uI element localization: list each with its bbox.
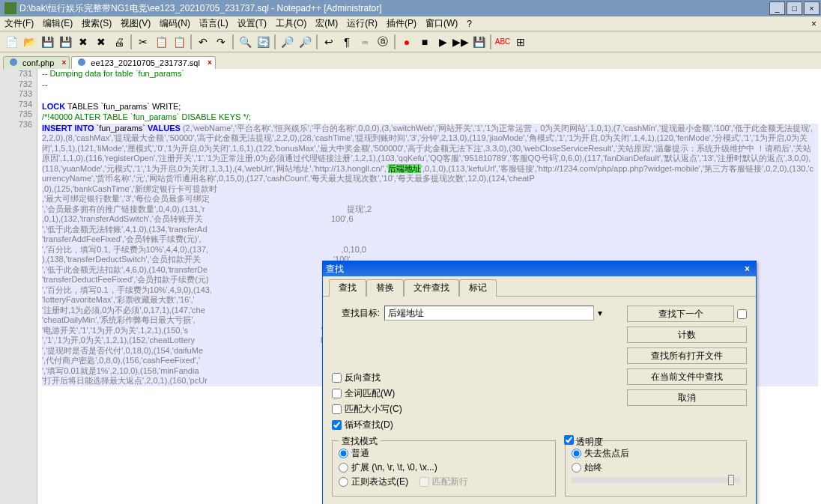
new-file-icon[interactable]: 📄 [3, 34, 19, 50]
transparency-title-wrap: 透明度 [561, 435, 606, 449]
find-tab-find[interactable]: 查找 [329, 279, 366, 297]
case-checkbox[interactable] [332, 404, 342, 414]
undo-icon[interactable]: ↶ [195, 34, 211, 50]
spell-icon[interactable]: ABC [494, 34, 511, 50]
all-chars-icon[interactable]: ¶ [339, 34, 355, 50]
app-icon [4, 2, 16, 14]
trans-lose-radio[interactable] [572, 449, 581, 458]
window-controls: _ □ × [769, 1, 820, 15]
find-icon[interactable]: 🔍 [237, 34, 253, 50]
code-keyword: LOCK [42, 102, 65, 111]
minimize-button[interactable]: _ [769, 1, 785, 15]
dropdown-icon[interactable]: ▾ [594, 308, 606, 318]
print-icon[interactable]: 🖨 [111, 34, 127, 50]
menu-search[interactable]: 搜索(S) [77, 17, 116, 30]
macro-play-icon[interactable]: ▶ [434, 34, 451, 50]
paste-icon[interactable]: 📋 [171, 34, 187, 50]
menu-language[interactable]: 语言(L) [195, 17, 233, 30]
line-number: 731 [0, 69, 32, 79]
transparency-label: 透明度 [576, 437, 603, 447]
wrap-checkbox[interactable] [332, 420, 342, 430]
find-dialog-title-bar[interactable]: 查找 × [323, 261, 756, 276]
macro-fast-icon[interactable]: ▶▶ [452, 34, 469, 50]
slider-thumb[interactable] [728, 475, 734, 485]
title-bar: D:\bak\恒行娱乐完整带NG1电竞\ee123_20210705_23173… [0, 0, 821, 16]
redo-icon[interactable]: ↷ [213, 34, 229, 50]
menu-tools[interactable]: 工具(O) [271, 17, 311, 30]
mode-regex-radio[interactable] [339, 477, 348, 487]
code-comment: -- Dumping data for table `fun_params` [42, 69, 184, 78]
mode-normal-radio[interactable] [339, 449, 348, 458]
macro-stop-icon[interactable]: ■ [416, 34, 433, 50]
cut-icon[interactable]: ✂ [135, 34, 151, 50]
find-tab-mark[interactable]: 标记 [459, 279, 497, 297]
indent-guide-icon[interactable]: ⎓ [357, 34, 373, 50]
menu-run[interactable]: 运行(R) [342, 17, 382, 30]
save-all-icon[interactable]: 💾 [57, 34, 73, 50]
save-icon[interactable]: 💾 [39, 34, 55, 50]
search-mode-group: 查找模式 普通 扩展 (\n, \r, \t, \0, \x...) 正则表达式… [332, 440, 556, 497]
doc-map-icon[interactable]: ⊞ [512, 34, 529, 50]
find-tab-files[interactable]: 文件查找 [404, 279, 459, 297]
reverse-checkbox[interactable] [332, 373, 342, 383]
wrap-icon[interactable]: ↩ [321, 34, 337, 50]
copy-icon[interactable]: 📋 [153, 34, 169, 50]
whole-word-checkbox-row: 全词匹配(W) [332, 387, 627, 400]
trans-always-radio[interactable] [572, 463, 581, 473]
find-next-aux-checkbox[interactable] [737, 309, 747, 319]
mode-ext-radio[interactable] [339, 463, 348, 473]
toolbar: 📄 📂 💾 💾 ✖ ✖ 🖨 ✂ 📋 📋 ↶ ↷ 🔍 🔄 🔎 🔎 ↩ ¶ ⎓ ⓐ … [0, 31, 821, 52]
tab-close-icon[interactable]: × [61, 58, 66, 67]
transparency-checkbox[interactable] [564, 435, 574, 445]
macro-rec-icon[interactable]: ● [399, 34, 415, 50]
menu-edit[interactable]: 编辑(E) [38, 17, 77, 30]
maximize-button[interactable]: □ [787, 1, 802, 15]
close-file-icon[interactable]: ✖ [75, 34, 91, 50]
find-close-button[interactable]: × [742, 264, 753, 274]
menu-settings[interactable]: 设置(T) [233, 17, 271, 30]
tab-sql-file[interactable]: ee123_20210705_231737.sql × [71, 56, 216, 69]
find-target-row: 查找目标: ▾ [332, 306, 627, 321]
menu-help[interactable]: ? [462, 19, 476, 29]
find-all-open-button[interactable]: 查找所有打开文件 [627, 347, 747, 364]
mode-regex-label: 正则表达式(E) [351, 476, 408, 488]
replace-icon[interactable]: 🔄 [255, 34, 271, 50]
lang-icon[interactable]: ⓐ [375, 34, 391, 50]
wrap-checkbox-row: 循环查找(D) [332, 419, 627, 431]
menu-view[interactable]: 视图(V) [116, 17, 155, 30]
menu-encoding[interactable]: 编码(N) [155, 17, 195, 30]
zoom-out-icon[interactable]: 🔎 [297, 34, 313, 50]
search-highlight: 后端地址 [388, 164, 421, 173]
tab-conf-php[interactable]: conf.php × [3, 56, 70, 69]
close-all-icon[interactable]: ✖ [93, 34, 109, 50]
transparency-slider[interactable] [572, 477, 740, 483]
menu-file[interactable]: 文件(F) [0, 17, 38, 30]
macro-save-icon[interactable]: 💾 [470, 34, 487, 50]
mode-ext-label: 扩展 (\n, \r, \t, \0, \x...) [351, 461, 437, 474]
find-next-button[interactable]: 查找下一个 [627, 306, 734, 322]
menu-macro[interactable]: 宏(M) [311, 17, 342, 30]
toolbar-separator [190, 34, 192, 49]
close-button[interactable]: × [804, 1, 820, 15]
line-gutter: 731 732 733 734 735 736 [0, 69, 37, 504]
open-file-icon[interactable]: 📂 [21, 34, 37, 50]
find-in-current-button[interactable]: 在当前文件中查找 [627, 368, 747, 385]
tab-close-icon[interactable]: × [207, 58, 212, 67]
mode-regex-row: 正则表达式(E) 匹配新行 [339, 476, 549, 488]
transparency-group: 透明度 失去焦点后 始终 [565, 440, 747, 497]
menu-plugins[interactable]: 插件(P) [382, 17, 421, 30]
count-button[interactable]: 计数 [627, 327, 747, 343]
cancel-button[interactable]: 取消 [627, 389, 747, 406]
menu-window[interactable]: 窗口(W) [421, 17, 462, 30]
window-title-container: D:\bak\恒行娱乐完整带NG1电竞\ee123_20210705_23173… [1, 2, 382, 15]
reverse-label: 反向查找 [345, 371, 381, 384]
find-tab-replace[interactable]: 替换 [366, 279, 404, 297]
zoom-in-icon[interactable]: 🔎 [279, 34, 295, 50]
reverse-checkbox-row: 反向查找 [332, 371, 627, 384]
find-target-label: 查找目标: [332, 307, 384, 320]
menu-close-x[interactable]: × [807, 19, 821, 29]
trans-always-label: 始终 [584, 461, 602, 474]
whole-word-checkbox[interactable] [332, 389, 342, 398]
find-target-input[interactable] [384, 306, 594, 321]
find-left-column: 查找目标: ▾ 反向查找 全词匹配(W) 匹配大小写(C) 循环查找(D) [332, 306, 627, 434]
